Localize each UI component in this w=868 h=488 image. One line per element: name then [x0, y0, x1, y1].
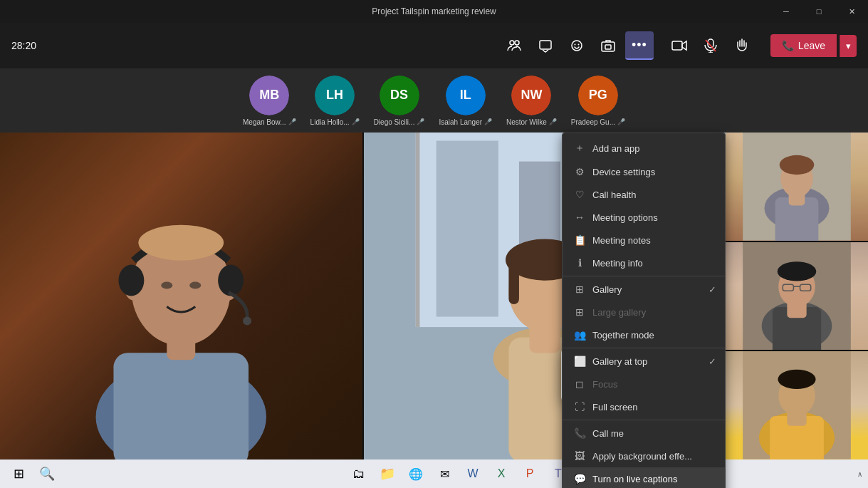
menu-item-icon-bg-effects: 🖼: [574, 450, 585, 462]
menu-item-icon-meeting-options: ↔: [574, 212, 585, 223]
avatar-initials-3: IL: [446, 76, 486, 115]
participant-name-5: Pradeep Gu... 🎤: [571, 118, 625, 126]
meeting-toolbar: 28:20: [0, 23, 868, 68]
taskbar-app-excel[interactable]: X: [488, 461, 514, 487]
menu-item-call-me[interactable]: 📞Call me: [563, 422, 725, 445]
svg-point-23: [189, 282, 201, 289]
people-button[interactable]: [500, 31, 528, 60]
side-video-panel: [726, 133, 868, 460]
participant-avatar-4: NW: [511, 76, 551, 115]
meeting-timer: 28:20: [11, 40, 36, 51]
camera-button[interactable]: [665, 31, 694, 60]
mic-status-icon-1: 🎤: [352, 118, 360, 125]
taskbar-apps: 🗂 📁 🌐 ✉ W X P T: [63, 461, 854, 487]
svg-rect-8: [672, 41, 682, 50]
svg-point-4: [574, 44, 575, 46]
title-bar: Project Tailspin marketing review ─ □ ✕: [0, 0, 868, 23]
menu-item-meeting-options[interactable]: ↔Meeting options: [563, 206, 725, 229]
menu-item-gallery-top[interactable]: ⬜Gallery at top✓: [563, 350, 725, 373]
mic-status-icon-3: 🎤: [484, 118, 492, 125]
main-speaker-video: [0, 133, 362, 460]
participant-5[interactable]: PG Pradeep Gu... 🎤: [571, 76, 625, 126]
participant-0[interactable]: MB Megan Bow... 🎤: [243, 76, 296, 126]
svg-point-20: [218, 265, 244, 296]
svg-point-51: [778, 261, 817, 281]
reactions-button[interactable]: [563, 31, 591, 60]
menu-item-icon-gallery: ⊞: [574, 284, 585, 295]
menu-item-label-large-gallery: Large gallery: [592, 307, 646, 318]
mic-status-icon-0: 🎤: [288, 118, 296, 125]
participant-name-2: Diego Sicili... 🎤: [374, 118, 425, 126]
mic-status-icon-4: 🎤: [549, 118, 557, 125]
svg-point-0: [510, 41, 514, 45]
side-person-1: [726, 133, 868, 241]
participant-name-1: Lidia Hollo... 🎤: [310, 118, 360, 126]
menu-item-icon-focus: ◻: [574, 378, 585, 390]
minimize-button[interactable]: ─: [770, 0, 802, 23]
side-video-2: [726, 242, 868, 351]
participant-4[interactable]: NW Nestor Wilke 🎤: [506, 76, 557, 126]
menu-item-meeting-notes[interactable]: 📋Meeting notes: [563, 229, 725, 251]
menu-item-gallery[interactable]: ⊞Gallery✓: [563, 278, 725, 301]
participant-3[interactable]: IL Isaiah Langer 🎤: [439, 76, 492, 126]
search-button[interactable]: 🔍: [34, 461, 60, 487]
share-button[interactable]: [594, 31, 622, 60]
menu-divider-divider1: [563, 276, 725, 276]
avatar-initials-1: LH: [315, 76, 355, 115]
menu-item-icon-full-screen: ⛶: [574, 401, 585, 412]
menu-item-icon-together-mode: 👥: [574, 329, 585, 341]
menu-item-device-settings[interactable]: ⚙Device settings: [563, 160, 725, 183]
participant-avatar-0: MB: [249, 76, 289, 115]
avatar-initials-0: MB: [249, 76, 289, 115]
svg-rect-28: [415, 133, 419, 327]
menu-item-label-meeting-notes: Meeting notes: [592, 235, 651, 246]
menu-item-label-device-settings: Device settings: [592, 167, 655, 177]
svg-point-1: [515, 41, 519, 45]
participant-2[interactable]: DS Diego Sicili... 🎤: [374, 76, 425, 126]
participant-name-0: Megan Bow... 🎤: [243, 118, 296, 126]
menu-item-icon-meeting-notes: 📋: [574, 234, 585, 246]
participants-bar: MB Megan Bow... 🎤 LH Lidia Hollo... 🎤 DS…: [0, 68, 868, 133]
menu-item-label-meeting-info: Meeting info: [592, 258, 643, 269]
taskbar-app-word[interactable]: W: [460, 461, 486, 487]
svg-rect-6: [602, 42, 615, 51]
menu-item-bg-effects[interactable]: 🖼Apply background effe...: [563, 445, 725, 467]
leave-button[interactable]: 📞 Leave: [770, 34, 837, 57]
svg-point-45: [780, 155, 815, 175]
menu-item-together-mode[interactable]: 👥Together mode: [563, 323, 725, 346]
hand-button[interactable]: [728, 31, 756, 60]
menu-item-icon-call-me: 📞: [574, 427, 585, 439]
start-button[interactable]: ⊞: [6, 461, 31, 487]
menu-item-label-full-screen: Full screen: [592, 402, 638, 412]
taskbar-chevron[interactable]: ∧: [857, 470, 862, 478]
menu-item-call-health[interactable]: ♡Call health: [563, 183, 725, 206]
taskbar-app-files[interactable]: 🗂: [346, 461, 372, 487]
side-person-3: [726, 351, 868, 460]
svg-point-5: [577, 44, 579, 46]
more-options-button[interactable]: •••: [625, 31, 654, 60]
menu-item-icon-add-app: ＋: [574, 142, 585, 155]
taskbar-app-ppt[interactable]: P: [517, 461, 543, 487]
main-video-area: Within that menu, select Turn on live ca…: [0, 133, 868, 460]
menu-item-label-gallery: Gallery: [592, 284, 622, 295]
taskbar-app-edge[interactable]: 🌐: [403, 461, 429, 487]
taskbar-app-explorer[interactable]: 📁: [375, 461, 400, 487]
menu-item-full-screen[interactable]: ⛶Full screen: [563, 395, 725, 418]
avatar-initials-2: DS: [380, 76, 419, 115]
menu-item-live-captions[interactable]: 💬Turn on live captions: [563, 467, 725, 488]
chat-button[interactable]: [531, 31, 560, 60]
menu-item-add-app[interactable]: ＋Add an app: [563, 136, 725, 160]
participant-1[interactable]: LH Lidia Hollo... 🎤: [310, 76, 360, 126]
menu-item-label-meeting-options: Meeting options: [592, 212, 658, 223]
mic-status-icon-5: 🎤: [617, 118, 625, 125]
svg-rect-38: [508, 263, 519, 304]
maximize-button[interactable]: □: [802, 0, 835, 23]
menu-item-icon-meeting-info: ℹ: [574, 257, 585, 269]
menu-item-meeting-info[interactable]: ℹMeeting info: [563, 251, 725, 274]
taskbar-app-mail[interactable]: ✉: [432, 461, 457, 487]
mic-status-icon-2: 🎤: [417, 118, 424, 125]
leave-dropdown-button[interactable]: ▾: [840, 35, 857, 57]
mic-button[interactable]: [696, 31, 725, 60]
close-button[interactable]: ✕: [835, 0, 868, 23]
side-video-3: [726, 351, 868, 460]
